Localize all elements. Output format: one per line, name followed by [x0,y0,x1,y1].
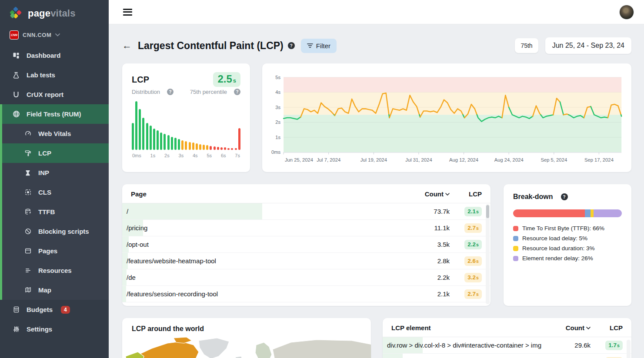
region-greenland[interactable] [199,338,229,358]
title-help-icon[interactable] [288,42,295,49]
col-page[interactable]: Page [131,190,410,198]
hourglass-icon [24,169,32,177]
histogram-bar [231,148,233,150]
region-scandinavia[interactable] [255,342,272,358]
col-count[interactable]: Count [410,190,450,198]
lcp-histogram[interactable] [132,101,240,150]
page-title: Largest Contentful Paint (LCP) [138,40,284,52]
sidebar-item-cls[interactable]: CLS [2,182,109,202]
layout-shift-icon [24,189,32,196]
sidebar-item-resources[interactable]: Resources [2,261,109,280]
distribution-help-icon[interactable] [167,89,174,95]
lines-icon [24,267,32,275]
back-button[interactable]: ← [122,41,132,50]
sidebar-item-pages[interactable]: Pages [2,241,109,261]
axis-tick-label: 2s [164,153,170,158]
region-russia[interactable] [273,340,371,358]
pages-scrollbar-thumb[interactable] [486,205,489,218]
page-path: / [122,208,410,215]
sidebar-item-inp[interactable]: INP [2,163,109,182]
sidebar-item-label: CrUX report [27,91,63,98]
sort-chevron-icon [586,327,591,329]
sliders-icon [12,325,20,333]
histogram-bar [171,137,173,150]
histogram-bar [150,126,152,150]
legend-label: Resource load delay: 5% [522,235,587,242]
sidebar-item-dashboard[interactable]: Dashboard [0,46,109,65]
element-scrollbar[interactable] [627,340,631,358]
site-label: CNN.COM [23,32,51,38]
sidebar-item-field-tests[interactable]: Field Tests (RUM) [2,104,109,124]
histogram-bar [199,144,201,150]
legend-item: Resource load duration: 3% [513,245,622,252]
sidebar: pagevitals CNN CNN.COM Dashboard Lab tes… [0,0,109,358]
histogram-bar [203,145,205,150]
sidebar-item-label: Web Vitals [38,130,71,137]
region-alaska[interactable] [126,352,144,358]
count-value: 2.8k [410,257,450,265]
table-row[interactable]: /pricing11.1k2.7s [122,220,491,236]
site-selector[interactable]: CNN CNN.COM [0,25,109,46]
sidebar-item-map[interactable]: Map [2,280,109,300]
svg-text:4s: 4s [275,90,280,95]
svg-text:3s: 3s [275,105,280,110]
svg-text:0ms: 0ms [271,149,281,155]
sidebar-item-lcp[interactable]: LCP [2,143,109,163]
axis-tick-label: 0ms [132,153,141,158]
sidebar-nav: Dashboard Lab tests CrUX report Field Te… [0,46,109,358]
svg-text:Jul 31, 2024: Jul 31, 2024 [405,157,432,162]
histogram-bar [185,141,187,150]
sidebar-item-crux-report[interactable]: CrUX report [0,85,109,104]
page-header: ← Largest Contentful Paint (LCP) Filter … [122,37,631,54]
brand[interactable]: pagevitals [0,0,109,25]
date-range-picker[interactable]: Jun 25, 24 - Sep 23, 24 [545,37,631,54]
table-row[interactable]: div.row > div.col-lg-6 > h4 > p15k2.6s [383,354,631,358]
legend-label: Resource load duration: 3% [522,245,595,252]
filter-label: Filter [316,42,330,50]
svg-text:5s: 5s [275,75,280,80]
lcp-trend-card: 5s4s3s2s1s0msJun 25, 2024Jul 7, 2024Jul … [262,63,631,172]
sidebar-item-web-vitals[interactable]: Web Vitals [2,124,109,143]
sidebar-item-label: Field Tests (RUM) [27,110,81,118]
breakdown-help-icon[interactable] [561,193,568,200]
sidebar-item-budgets[interactable]: Budgets 4 [0,300,109,319]
breakdown-segment [585,209,591,217]
histogram-bar [157,130,159,150]
breakdown-segment [594,209,622,217]
histogram-bar [153,129,155,150]
histogram-bar [210,146,212,150]
sidebar-item-label: Dashboard [27,52,60,59]
region-canada[interactable] [139,341,200,358]
count-value: 73.7k [410,208,450,215]
sidebar-item-label: Settings [27,325,52,333]
sidebar-item-ttfb[interactable]: TTFB [2,202,109,222]
lcp-trend-chart[interactable]: 5s4s3s2s1s0msJun 25, 2024Jul 7, 2024Jul … [264,68,626,170]
table-row[interactable]: div.row > div.col-xl-8 > div#interactive… [383,337,631,354]
sidebar-item-lab-tests[interactable]: Lab tests [0,65,109,85]
percentile-help-icon[interactable] [234,89,240,95]
user-avatar[interactable] [619,5,634,20]
sidebar-item-settings[interactable]: Settings [0,319,109,339]
world-map[interactable] [126,337,371,358]
sidebar-item-blocking-scripts[interactable]: Blocking scripts [2,222,109,241]
menu-toggle-icon[interactable] [123,7,132,17]
filter-button[interactable]: Filter [301,39,337,53]
table-row[interactable]: /opt-out3.5k2.2s [122,236,491,253]
table-row[interactable]: /features/website-heatmap-tool2.8k2.6s [122,253,491,269]
histogram-bar [160,133,162,150]
histogram-bar [146,123,148,150]
region-iceland[interactable] [235,356,242,358]
sidebar-item-label: Budgets [27,306,53,313]
col-count[interactable]: Count [556,324,591,331]
col-lcp-element[interactable]: LCP element [391,324,556,331]
sort-chevron-icon [445,193,450,196]
region-canada-islands[interactable] [174,337,192,343]
pages-scrollbar[interactable] [486,204,490,304]
table-row[interactable]: /de2.2k3.2s [122,269,491,286]
sidebar-item-label: LCP [38,149,51,157]
table-row[interactable]: /73.7k2.1s [122,203,491,220]
brand-wordmark: pagevitals [28,8,76,19]
percentile-pill[interactable]: 75th [515,38,538,53]
table-row[interactable]: /features/session-recording-tool2.1k2.7s [122,286,491,302]
table-row[interactable] [122,302,491,306]
